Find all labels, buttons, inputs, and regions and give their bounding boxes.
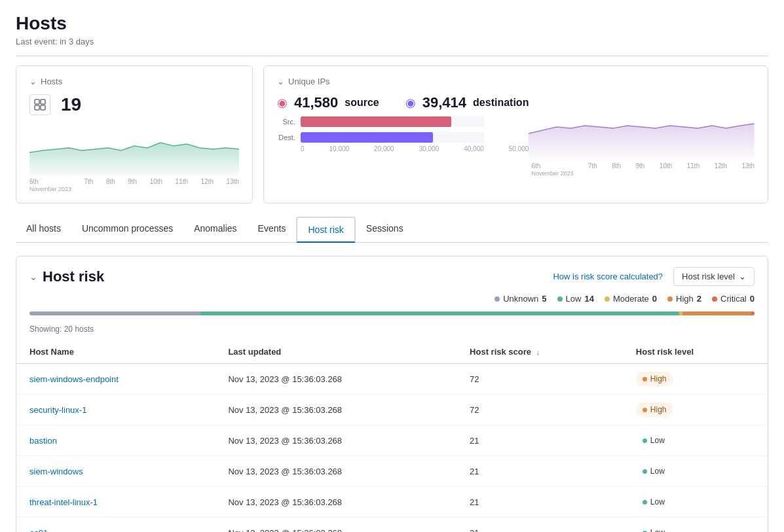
destination-pin-icon: ◉ <box>405 96 416 110</box>
risk-badge: Low <box>636 464 671 478</box>
host-link[interactable]: siem-windows <box>29 467 83 476</box>
high-label: High <box>676 294 694 304</box>
host-table: Host Name Last updated Host risk score ↓… <box>16 340 768 532</box>
tab-sessions[interactable]: Sessions <box>356 217 414 243</box>
svg-rect-3 <box>41 105 45 110</box>
unknown-label: Unknown <box>503 294 538 304</box>
unique-ips-inner: ◉ 41,580 source ◉ 39,414 destination <box>277 94 755 177</box>
cell-host-name: bastion <box>16 425 215 456</box>
host-link[interactable]: es01 <box>29 528 48 533</box>
legend-unknown: Unknown 5 <box>495 294 546 304</box>
tab-uncommon-processes[interactable]: Uncommon processes <box>71 217 183 243</box>
col-last-updated: Last updated <box>215 340 457 364</box>
cell-last-updated: Nov 13, 2023 @ 15:36:03.268 <box>215 518 457 533</box>
moderate-dot <box>605 296 610 302</box>
risk-score-link[interactable]: How is risk score calculated? <box>553 272 663 281</box>
cell-host-name: siem-windows-endpoint <box>16 364 215 395</box>
table-row: siem-windows-endpoint Nov 13, 2023 @ 15:… <box>16 364 768 395</box>
cell-host-name: threat-intel-linux-1 <box>16 487 215 518</box>
host-risk-title: Host risk <box>43 268 104 285</box>
high-count: 2 <box>697 294 701 304</box>
hosts-chart: 6thNovember 2023 7th 8th 9th 10th 11th 1… <box>29 123 239 192</box>
risk-badge: Low <box>636 433 671 448</box>
bar-section: ◉ 41,580 source ◉ 39,414 destination <box>277 94 529 177</box>
host-link[interactable]: security-linux-1 <box>29 405 86 415</box>
host-link[interactable]: threat-intel-linux-1 <box>29 497 98 507</box>
host-link[interactable]: siem-windows-endpoint <box>29 374 119 384</box>
cell-last-updated: Nov 13, 2023 @ 15:36:03.268 <box>215 364 457 395</box>
risk-level-dropdown[interactable]: Host risk level ⌄ <box>673 267 755 286</box>
hosts-stat-row: 19 <box>29 94 239 115</box>
src-bar-fill <box>301 116 451 127</box>
collapse-icon[interactable]: ⌄ <box>29 272 37 282</box>
unknown-count: 5 <box>542 294 546 304</box>
cell-risk-level: Low <box>623 518 768 533</box>
tab-anomalies[interactable]: Anomalies <box>183 217 247 243</box>
destination-item: ◉ 39,414 destination <box>405 94 529 111</box>
main-page: Hosts Last event: in 3 days ⌄ Hosts <box>0 0 784 532</box>
tab-host-risk[interactable]: Host risk <box>296 217 355 243</box>
source-label: source <box>345 97 379 109</box>
badge-dot <box>643 408 647 412</box>
unknown-dot <box>495 296 500 302</box>
cell-risk-level: Low <box>623 425 768 456</box>
cell-risk-level: Low <box>623 456 768 487</box>
table-row: siem-windows Nov 13, 2023 @ 15:36:03.268… <box>16 456 768 487</box>
risk-legend: Unknown 5 Low 14 Moderate 0 High 2 Criti… <box>16 294 768 311</box>
cell-host-name: es01 <box>16 518 215 533</box>
col-risk-score: Host risk score ↓ <box>457 340 623 364</box>
badge-dot <box>643 469 647 474</box>
low-count: 14 <box>584 294 593 304</box>
chevron-down-icon: ⌄ <box>29 77 37 86</box>
badge-dot <box>643 500 647 505</box>
chevron-down-icon-2: ⌄ <box>277 77 284 86</box>
dest-label: Dest. <box>277 133 295 141</box>
moderate-count: 0 <box>652 294 657 304</box>
dest-bar-fill <box>301 132 433 143</box>
table-row: security-linux-1 Nov 13, 2023 @ 15:36:03… <box>16 395 768 425</box>
hosts-icon <box>29 94 50 115</box>
legend-moderate: Moderate 0 <box>605 294 657 304</box>
header-divider <box>16 56 768 56</box>
high-dot <box>667 296 673 302</box>
src-bar-row: Src. <box>277 116 529 127</box>
risk-badge: Low <box>636 495 671 509</box>
cell-risk-level: High <box>623 364 768 395</box>
badge-dot <box>643 438 647 443</box>
destination-value: 39,414 <box>422 94 466 111</box>
critical-count: 0 <box>750 294 755 304</box>
table-row: bastion Nov 13, 2023 @ 15:36:03.268 21 L… <box>16 425 768 456</box>
cell-last-updated: Nov 13, 2023 @ 15:36:03.268 <box>215 395 457 425</box>
svg-rect-1 <box>41 99 45 104</box>
host-link[interactable]: bastion <box>29 436 57 446</box>
risk-bar-unknown <box>29 311 200 315</box>
dropdown-chevron-icon: ⌄ <box>739 272 746 281</box>
cell-risk-score: 72 <box>457 395 623 425</box>
unique-ips-label: Unique IPs <box>288 77 330 86</box>
source-pin-icon: ◉ <box>277 96 288 110</box>
legend-high: High 2 <box>667 294 701 304</box>
tab-events[interactable]: Events <box>248 217 297 243</box>
cell-last-updated: Nov 13, 2023 @ 15:36:03.268 <box>215 487 457 518</box>
src-bar-track <box>301 116 484 127</box>
line-chart-labels: 6thNovember 2023 7th 8th 9th 10th 11th 1… <box>529 162 755 177</box>
table-header-row: Host Name Last updated Host risk score ↓… <box>16 340 768 364</box>
badge-dot <box>643 377 647 381</box>
tab-all-hosts[interactable]: All hosts <box>16 217 71 243</box>
sort-icon[interactable]: ↓ <box>536 348 540 356</box>
risk-bar <box>29 311 755 315</box>
cell-last-updated: Nov 13, 2023 @ 15:36:03.268 <box>215 456 457 487</box>
hosts-count: 19 <box>61 94 81 115</box>
source-value: 41,580 <box>294 94 338 111</box>
dest-bar-row: Dest. <box>277 132 529 143</box>
risk-badge: Low <box>636 525 671 532</box>
cell-risk-score: 72 <box>457 364 623 395</box>
low-dot <box>557 296 563 302</box>
tabs-bar: All hosts Uncommon processes Anomalies E… <box>16 217 768 243</box>
risk-bar-high <box>682 311 751 315</box>
hosts-label: Hosts <box>41 77 62 86</box>
risk-bar-low <box>200 311 679 315</box>
legend-critical: Critical 0 <box>712 294 755 304</box>
hosts-panel-header: ⌄ Hosts <box>29 77 239 86</box>
cell-risk-level: Low <box>623 487 768 518</box>
